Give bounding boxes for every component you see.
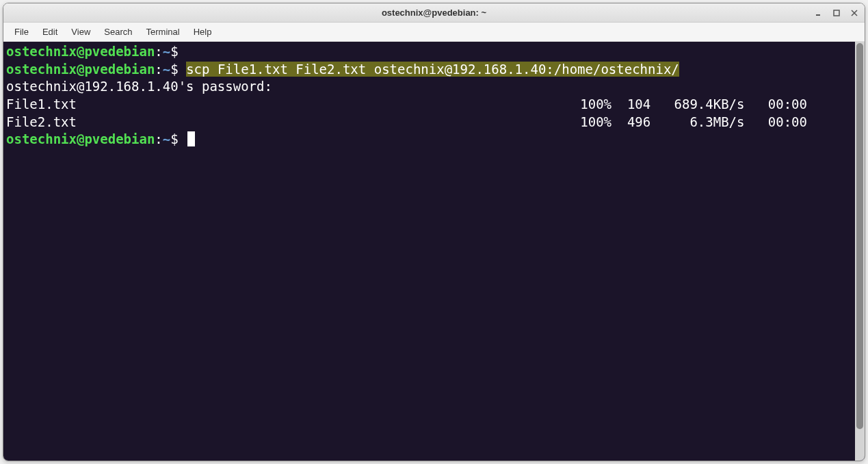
titlebar[interactable]: ostechnix@pvedebian: ~	[3, 3, 865, 23]
window-controls	[814, 8, 859, 18]
minimize-icon	[815, 10, 822, 16]
prompt-colon: :	[155, 44, 162, 59]
line-file2: File2.txt100% 496 6.3MB/s 00:00	[6, 114, 862, 131]
line-file1: File1.txt100% 104 689.4KB/s 00:00	[6, 96, 862, 114]
menu-file[interactable]: File	[8, 24, 36, 40]
scrollbar-thumb[interactable]	[856, 43, 863, 429]
scrollbar[interactable]	[855, 42, 865, 461]
file2-name: File2.txt	[6, 114, 77, 131]
prompt-user: ostechnix@pvedebian	[6, 44, 155, 59]
maximize-icon	[833, 10, 840, 16]
prompt-path: ~	[163, 131, 170, 146]
line-prompt-1: ostechnix@pvedebian:~$	[6, 43, 862, 61]
line-command: ostechnix@pvedebian:~$ scp File1.txt Fil…	[6, 61, 862, 79]
prompt-path: ~	[163, 44, 170, 59]
terminal-cursor	[187, 131, 195, 146]
menubar: File Edit View Search Terminal Help	[3, 23, 865, 42]
file1-stats: 100% 104 689.4KB/s 00:00	[580, 96, 862, 114]
prompt-colon: :	[155, 62, 162, 77]
prompt-user: ostechnix@pvedebian	[6, 62, 155, 77]
prompt-path: ~	[163, 62, 170, 77]
minimize-button[interactable]	[814, 8, 824, 18]
terminal-window: ostechnix@pvedebian: ~ File Edit View Se…	[3, 3, 865, 461]
prompt-symbol: $	[170, 44, 178, 59]
prompt-symbol: $	[170, 62, 178, 77]
terminal-content[interactable]: ostechnix@pvedebian:~$ostechnix@pvedebia…	[3, 42, 865, 461]
prompt-user: ostechnix@pvedebian	[6, 131, 155, 146]
close-icon	[851, 10, 858, 16]
svg-rect-1	[834, 10, 839, 16]
prompt-symbol: $	[170, 131, 178, 146]
menu-search[interactable]: Search	[97, 24, 139, 40]
line-password: ostechnix@192.168.1.40's password:	[6, 78, 862, 96]
file1-name: File1.txt	[6, 96, 77, 114]
file2-stats: 100% 496 6.3MB/s 00:00	[580, 114, 862, 131]
menu-help[interactable]: Help	[187, 24, 219, 40]
prompt-colon: :	[155, 131, 162, 146]
menu-edit[interactable]: Edit	[36, 24, 64, 40]
menu-view[interactable]: View	[64, 24, 97, 40]
maximize-button[interactable]	[832, 8, 841, 18]
close-button[interactable]	[850, 8, 859, 18]
window-title: ostechnix@pvedebian: ~	[382, 8, 486, 18]
line-prompt-3: ostechnix@pvedebian:~$	[6, 131, 862, 149]
menu-terminal[interactable]: Terminal	[140, 24, 187, 40]
command-text: scp File1.txt File2.txt ostechnix@192.16…	[186, 62, 679, 77]
svg-rect-0	[816, 14, 820, 16]
